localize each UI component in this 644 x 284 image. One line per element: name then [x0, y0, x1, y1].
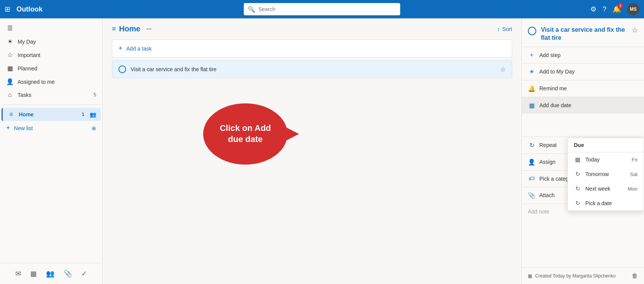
due-pickdate-icon: ↻: [574, 200, 582, 207]
search-bar[interactable]: 🔍: [244, 3, 400, 15]
task-row[interactable]: Visit a car service and fix the flat tir…: [112, 60, 512, 78]
hamburger-icon: ☰: [6, 24, 14, 32]
due-tomorrow-icon: ↻: [574, 171, 582, 178]
right-panel-footer: ▦ Created Today by Margarita Slipchenko …: [522, 268, 644, 284]
due-pickdate-label: Pick a date: [585, 200, 612, 206]
check-icon[interactable]: ✓: [78, 266, 90, 281]
list-icon: ≡: [7, 111, 15, 118]
due-today-option[interactable]: ▦ Today Fri: [568, 152, 644, 167]
new-list-button[interactable]: + New list ⊕: [2, 121, 101, 135]
content-title: Home: [119, 24, 141, 33]
right-panel-star-icon[interactable]: ☆: [632, 26, 638, 34]
attach-icon: 📎: [528, 192, 536, 199]
settings-icon[interactable]: ⚙: [590, 5, 596, 13]
sidebar-item-myday[interactable]: ☀ My Day: [2, 35, 101, 48]
task-star-icon[interactable]: ☆: [500, 66, 506, 73]
delete-icon[interactable]: 🗑: [632, 273, 638, 279]
plus-icon: +: [6, 124, 10, 132]
add-due-date-action[interactable]: ▦ Add due date: [522, 97, 644, 114]
add-note[interactable]: Add note: [522, 204, 644, 268]
repeat-label: Repeat: [539, 142, 557, 148]
tasks-count: 5: [94, 92, 96, 98]
task-text: Visit a car service and fix the flat tir…: [131, 66, 496, 72]
sort-label: Sort: [502, 26, 512, 32]
due-nextweek-label: Next week: [585, 186, 610, 192]
add-to-myday-label: Add to My Day: [539, 69, 575, 75]
sidebar-label-myday: My Day: [18, 39, 36, 45]
sidebar-item-assigned[interactable]: 👤 Assigned to me: [2, 75, 101, 88]
paperclip-icon[interactable]: 📎: [61, 266, 75, 281]
home-count: 1: [82, 112, 84, 117]
sidebar-item-home[interactable]: ≡ Home 1 👥: [2, 108, 101, 121]
help-icon[interactable]: ?: [603, 5, 606, 13]
topbar: ⊞ Outlook 🔍 ⚙ ? 🔔 3 MS: [0, 0, 644, 18]
sidebar-label-assigned: Assigned to me: [18, 79, 55, 85]
task-checkbox[interactable]: [118, 65, 126, 73]
sidebar-divider: [2, 104, 101, 105]
due-nextweek-option[interactable]: ↻ Next week Mon: [568, 181, 644, 196]
search-input[interactable]: [258, 6, 396, 12]
topbar-right: ⚙ ? 🔔 3 MS: [590, 3, 639, 15]
calendar-icon: ▦: [6, 65, 14, 72]
due-dropdown: Due ▦ Today Fri ↻ Tomorrow Sat ↻ Next we…: [567, 138, 644, 211]
repeat-icon: ↻: [528, 142, 536, 149]
sidebar-item-important[interactable]: ☆ Important: [2, 48, 101, 62]
due-tomorrow-option[interactable]: ↻ Tomorrow Sat: [568, 167, 644, 181]
sidebar-label-planned: Planned: [18, 65, 37, 72]
content-header: ≡ Home ··· ↕ Sort: [103, 18, 521, 39]
add-due-date-label: Add due date: [539, 102, 571, 108]
sidebar-item-tasks[interactable]: ⌂ Tasks 5: [2, 88, 101, 101]
star-icon: ☆: [6, 51, 14, 59]
sidebar-label-home: Home: [19, 111, 34, 118]
due-tomorrow-day: Sat: [630, 171, 637, 177]
due-pickdate-option[interactable]: ↻ Pick a date: [568, 196, 644, 211]
right-panel: Visit a car service and fix the flat tir…: [521, 18, 644, 284]
due-nextweek-day: Mon: [628, 186, 637, 192]
main-layout: ☰ ☀ My Day ☆ Important ▦ Planned 👤 Assig…: [0, 18, 644, 284]
home-shared-icon: 👥: [90, 111, 96, 118]
sidebar-item-planned[interactable]: ▦ Planned: [2, 62, 101, 75]
content-area: ≡ Home ··· ↕ Sort + Add a task Visit a c…: [103, 18, 521, 284]
people-icon[interactable]: 👥: [43, 266, 58, 281]
content-body: + Add a task Visit a car service and fix…: [103, 39, 521, 284]
home-icon: ⌂: [6, 91, 14, 98]
due-today-label: Today: [585, 157, 600, 163]
due-nextweek-icon: ↻: [574, 185, 582, 192]
add-step-icon: +: [528, 52, 536, 59]
sidebar: ☰ ☀ My Day ☆ Important ▦ Planned 👤 Assig…: [0, 18, 103, 284]
sidebar-nav: ☰ ☀ My Day ☆ Important ▦ Planned 👤 Assig…: [0, 18, 102, 138]
sidebar-item-hamburger[interactable]: ☰: [2, 21, 101, 35]
notification-bell[interactable]: 🔔 3: [613, 5, 621, 13]
grid-icon[interactable]: ⊞: [5, 5, 10, 13]
attach-label: Attach: [539, 192, 555, 198]
add-task-bar[interactable]: + Add a task: [112, 39, 512, 57]
due-tomorrow-label: Tomorrow: [585, 171, 609, 177]
add-task-label: Add a task: [127, 46, 152, 52]
due-today-icon: ▦: [574, 156, 582, 163]
list-header-icon: ≡: [112, 25, 116, 33]
avatar[interactable]: MS: [627, 3, 639, 15]
mail-icon[interactable]: ✉: [12, 266, 24, 281]
sidebar-label-important: Important: [18, 52, 40, 58]
assign-label: Assign: [539, 159, 555, 165]
due-today-day: Fri: [632, 157, 637, 163]
sort-button[interactable]: ↕ Sort: [497, 26, 512, 32]
sun-icon: ☀: [6, 38, 14, 45]
search-icon: 🔍: [248, 6, 255, 13]
new-list-icon-right: ⊕: [92, 125, 96, 131]
sidebar-label-tasks: Tasks: [18, 92, 31, 98]
calendar-bottom-icon[interactable]: ▦: [27, 266, 40, 281]
add-step-label: Add step: [539, 52, 560, 58]
new-list-label: New list: [14, 125, 33, 131]
content-menu-dots[interactable]: ···: [146, 26, 151, 33]
add-to-myday-action[interactable]: ☀ Add to My Day: [522, 63, 644, 80]
footer-text: Created Today by Margarita Slipchenko: [535, 273, 616, 279]
remind-me-action[interactable]: 🔔 Remind me: [522, 80, 644, 97]
add-task-icon: +: [118, 44, 123, 52]
right-panel-checkbox[interactable]: [528, 27, 536, 35]
assign-icon: 👤: [528, 158, 536, 166]
add-step-action[interactable]: + Add step: [522, 47, 644, 63]
remind-me-label: Remind me: [539, 85, 567, 91]
sidebar-bottom: ✉ ▦ 👥 📎 ✓: [0, 263, 102, 284]
content-header-left: ≡ Home ···: [112, 24, 151, 33]
